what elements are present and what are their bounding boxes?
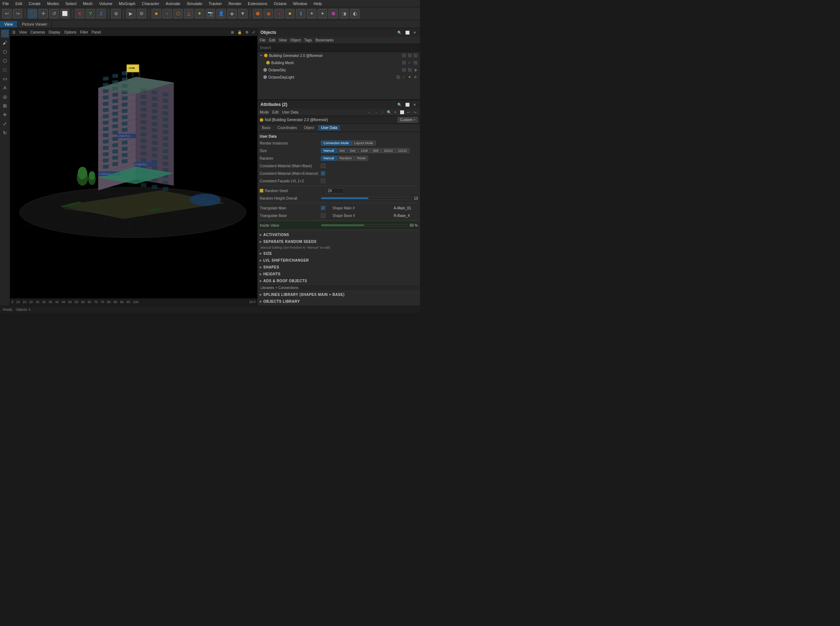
obj-light-sun-icon[interactable]: ☀	[407, 75, 412, 80]
obj-object-menu[interactable]: Object	[290, 38, 301, 42]
menu-tracker[interactable]: Tracker	[208, 2, 223, 6]
select-tool-btn[interactable]: ⬛	[28, 9, 37, 19]
octane-star-btn[interactable]: ★	[285, 9, 295, 19]
light1-btn[interactable]: ⬟	[328, 9, 338, 19]
vp-panel-menu[interactable]: Panel	[92, 30, 101, 34]
attr-nav-list[interactable]: ≡	[393, 110, 398, 115]
random-manual-btn[interactable]: Manual	[321, 156, 337, 161]
size-8x8-btn[interactable]: 8x8	[371, 148, 381, 153]
attr-mode-menu[interactable]: Mode	[260, 110, 269, 114]
menu-animate[interactable]: Animate	[165, 2, 181, 6]
objects-search-bar[interactable]	[258, 44, 420, 52]
obj-row-octanesky[interactable]: ▶ OctaneSky ⬛ ⬛ ◑	[258, 66, 420, 74]
vp-filter-menu[interactable]: Filter	[80, 30, 88, 34]
toggle2-btn[interactable]: ◐	[350, 9, 359, 19]
sidebar-select-icon[interactable]: ⬛	[1, 30, 9, 38]
obj-sphere-btn[interactable]: ○	[162, 9, 172, 19]
menu-volume[interactable]: Volume	[98, 2, 114, 6]
vp-layout-btn[interactable]: ⊞	[231, 30, 234, 34]
vp-settings-btn[interactable]: ⚙	[245, 30, 248, 34]
octane-more2-btn[interactable]: ✦	[318, 9, 327, 19]
attr-userdata-menu[interactable]: User Data	[282, 110, 298, 114]
attr-close-icon[interactable]: ✕	[412, 102, 417, 107]
obj-mesh-vis-icon[interactable]: ⬛	[401, 60, 406, 65]
obj-cylinder-btn[interactable]: ⬡	[173, 9, 183, 19]
objects-layout-icon[interactable]: ⬜	[404, 30, 411, 35]
tab-picture-viewer[interactable]: Picture Viewer	[18, 21, 52, 27]
menu-character[interactable]: Character	[141, 2, 160, 6]
attr-tab-basic[interactable]: Basic	[259, 125, 273, 130]
attr-nav-back[interactable]: ←	[367, 110, 372, 115]
obj-lock-icon[interactable]: ⬛	[413, 53, 418, 58]
obj-render-icon[interactable]: ⬛	[407, 53, 412, 58]
random-height-track[interactable]	[321, 197, 408, 199]
redo-btn[interactable]: ↪	[13, 9, 22, 19]
vp-options-menu[interactable]: Options	[64, 30, 77, 34]
vp-display-menu[interactable]: Display	[48, 30, 61, 34]
separate-random-seeds-section[interactable]: ▶ SEPARATE RANDOM SEEDS	[259, 238, 418, 245]
attr-preset-dropdown[interactable]: Custom ▾	[398, 117, 418, 122]
objects-library-section[interactable]: ▶ OBJECTS LIBRARY	[259, 298, 418, 305]
obj-row-building-generator[interactable]: ▼ Building Generator 2.0 @florenoir ⬛ ⬛ …	[258, 52, 420, 59]
z-axis-btn[interactable]: Z	[97, 9, 106, 19]
consistent-entrance-checkbox[interactable]: ✓	[321, 171, 325, 175]
vp-view-menu[interactable]: View	[19, 30, 27, 34]
sidebar-shape-icon[interactable]: ⬡	[1, 48, 9, 55]
toggle-btn[interactable]: ◑	[339, 9, 349, 19]
obj-light-check-icon[interactable]: ✓	[401, 75, 406, 80]
size-12x12-btn[interactable]: 12x12	[395, 148, 409, 153]
render-btn[interactable]: ▶	[126, 9, 136, 19]
y-axis-btn[interactable]: Y	[86, 9, 95, 19]
obj-sky-vis-icon[interactable]: ⬛	[401, 67, 406, 72]
attr-nav-up[interactable]: ↑	[379, 110, 386, 115]
attr-tab-userdata[interactable]: User Data	[318, 125, 340, 130]
octane-more1-btn[interactable]: ✦	[307, 9, 316, 19]
objects-close-icon[interactable]: ✕	[412, 30, 417, 35]
menu-help[interactable]: Help	[313, 2, 323, 6]
attr-nav-redo[interactable]: ↪	[412, 110, 418, 115]
octane-render-btn[interactable]: ⬟	[253, 9, 262, 19]
attr-tab-object[interactable]: Object	[301, 125, 317, 130]
octane-ipr-btn[interactable]: ◉	[264, 9, 273, 19]
menu-extensions[interactable]: Extensions	[247, 2, 269, 6]
sidebar-paint-icon[interactable]: ▭	[1, 75, 9, 83]
triangulate-base-checkbox[interactable]	[321, 213, 325, 218]
vp-menu-icon[interactable]: ☰	[12, 30, 16, 34]
connection-mode-btn[interactable]: Connection Mode	[321, 141, 351, 146]
attr-nav-forward[interactable]: →	[373, 110, 379, 115]
obj-light-gear-icon[interactable]: ⚙	[413, 75, 418, 80]
obj-sky-halfcircle-icon[interactable]: ◑	[413, 67, 418, 72]
more-btn[interactable]: ▼	[238, 9, 247, 19]
obj-mesh-lock-icon[interactable]: ⬛	[413, 60, 418, 65]
heights-section[interactable]: ▶ HEIGHTS	[259, 271, 418, 277]
size-6x6-btn[interactable]: 6x6	[348, 148, 358, 153]
sidebar-box-icon[interactable]: □	[1, 66, 9, 74]
attr-search-icon[interactable]: 🔍	[396, 102, 403, 107]
move-tool-btn[interactable]: ✛	[39, 9, 48, 19]
scale-tool-btn[interactable]: ⬜	[60, 9, 70, 19]
obj-file-menu[interactable]: File	[260, 38, 265, 42]
ads-roof-section[interactable]: ▶ ADS & ROOF OBJECTS	[259, 277, 418, 284]
objects-search-input[interactable]	[260, 46, 418, 50]
tab-view[interactable]: View	[0, 21, 18, 27]
shapes-section[interactable]: ▶ SHAPES	[259, 264, 418, 270]
random-random-btn[interactable]: Random	[337, 156, 354, 161]
obj-bookmarks-menu[interactable]: Bookmarks	[315, 38, 334, 42]
lvl-shifter-section[interactable]: ▶ LVL SHIFTER/CHANGER	[259, 257, 418, 263]
obj-view-menu[interactable]: View	[279, 38, 287, 42]
viewport[interactable]: ☰ View Cameras Display Options Filter Pa…	[10, 28, 257, 306]
consistent-facade-checkbox[interactable]	[321, 179, 325, 183]
sidebar-polygon-icon[interactable]: ⬠	[1, 56, 9, 64]
inside-value-track[interactable]	[321, 224, 408, 226]
attr-layout-icon[interactable]: ⬜	[404, 102, 411, 107]
obj-light-vis-icon[interactable]: ⬛	[395, 75, 401, 80]
sidebar-arrows-icon[interactable]: ⤢	[1, 120, 9, 128]
material-links-section[interactable]: ▶ MATERIAL LINKS	[259, 305, 418, 306]
obj-edit-menu[interactable]: Edit	[269, 38, 275, 42]
obj-cone-btn[interactable]: △	[184, 9, 194, 19]
menu-edit[interactable]: Edit	[14, 2, 23, 6]
size-section[interactable]: ▶ SIZE	[259, 250, 418, 257]
layout-mode-btn[interactable]: Layout Mode	[352, 141, 376, 146]
obj-row-octanedaylight[interactable]: ▶ OctaneDayLight ⬛ ✓ ☀ ⚙	[258, 74, 420, 81]
random-reset-btn[interactable]: Reset	[355, 156, 368, 161]
